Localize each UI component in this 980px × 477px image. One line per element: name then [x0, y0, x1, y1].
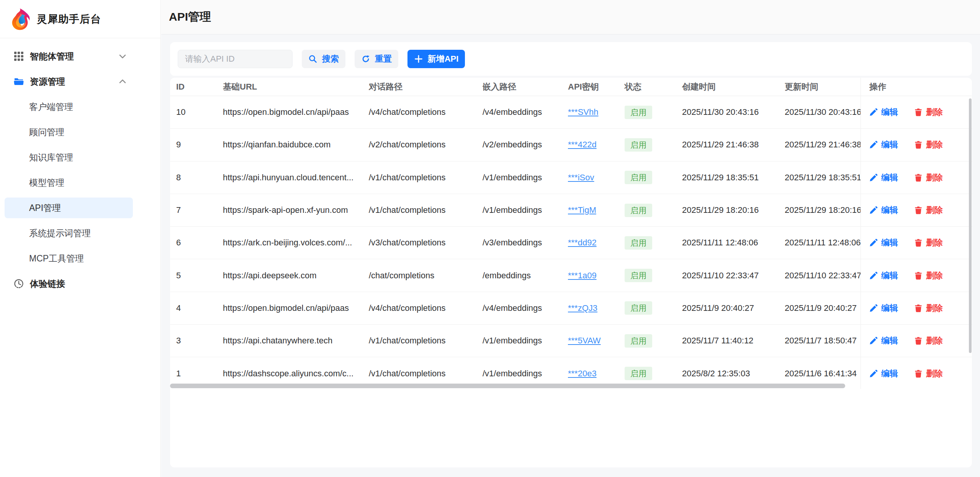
delete-button[interactable]: 删除 [914, 139, 943, 150]
trash-icon [914, 140, 923, 149]
cell-actions: 编辑 删除 [861, 292, 972, 324]
edit-button[interactable]: 编辑 [869, 106, 898, 118]
sidebar-nav: 智能体管理 资源管理 客户端管理 顾问管理 知识库管理 模型管理 API管理 [0, 38, 160, 296]
sidebar: 灵犀助手后台 智能体管理 [0, 0, 161, 477]
cell-created: 2025/11/9 20:40:27 [676, 292, 779, 324]
api-id-search-input[interactable] [178, 50, 293, 68]
plus-icon [414, 54, 423, 64]
cell-status: 启用 [618, 227, 676, 259]
delete-button-label: 删除 [926, 368, 943, 379]
col-header-base-url: 基础URL [217, 78, 363, 96]
edit-button-label: 编辑 [881, 204, 898, 216]
col-header-status: 状态 [618, 78, 676, 96]
table-body: 10 https://open.bigmodel.cn/api/paas /v4… [170, 96, 972, 389]
cell-actions: 编辑 删除 [861, 96, 972, 128]
horizontal-scrollbar-thumb[interactable] [170, 384, 845, 388]
sidebar-item-knowledge-base-management[interactable]: 知识库管理 [0, 145, 160, 170]
sidebar-item-api-management[interactable]: API管理 [5, 198, 133, 218]
sidebar-item-label: 智能体管理 [30, 51, 74, 62]
vertical-scrollbar-thumb[interactable] [969, 98, 972, 353]
cell-actions: 编辑 删除 [861, 227, 972, 259]
delete-button[interactable]: 删除 [914, 237, 943, 248]
cell-base-url: https://qianfan.baidubce.com [217, 129, 363, 161]
delete-button-label: 删除 [926, 106, 943, 118]
cell-api-key: ***SVhh [562, 96, 618, 128]
cell-embed-path: /v4/embeddings [476, 96, 562, 128]
cell-id: 5 [170, 259, 217, 291]
sidebar-item-advisor-management[interactable]: 顾问管理 [0, 119, 160, 145]
delete-button[interactable]: 删除 [914, 335, 943, 346]
col-header-created: 创建时间 [676, 78, 779, 96]
cell-embed-path: /v3/embeddings [476, 227, 562, 259]
cell-created: 2025/11/7 11:40:12 [676, 325, 779, 357]
main-area: API管理 搜索 重置 [161, 0, 980, 477]
col-header-api-key: API密钥 [562, 78, 618, 96]
table-row: 10 https://open.bigmodel.cn/api/paas /v4… [170, 96, 972, 129]
delete-button[interactable]: 删除 [914, 204, 943, 216]
sidebar-item-resource-management[interactable]: 资源管理 [0, 69, 160, 94]
search-button[interactable]: 搜索 [302, 50, 345, 68]
sidebar-item-mcp-tool-management[interactable]: MCP工具管理 [0, 246, 160, 271]
cell-chat-path: /v2/chat/completions [363, 129, 476, 161]
edit-button[interactable]: 编辑 [869, 302, 898, 314]
edit-button[interactable]: 编辑 [869, 172, 898, 183]
edit-button[interactable]: 编辑 [869, 335, 898, 346]
api-key-link[interactable]: ***SVhh [568, 107, 599, 117]
delete-button[interactable]: 删除 [914, 106, 943, 118]
edit-button-label: 编辑 [881, 237, 898, 248]
sidebar-item-client-management[interactable]: 客户端管理 [0, 94, 160, 119]
cell-base-url: https://api.deepseek.com [217, 259, 363, 291]
edit-button[interactable]: 编辑 [869, 270, 898, 281]
sidebar-item-experience-links[interactable]: 体验链接 [0, 271, 160, 296]
cell-base-url: https://api.chatanywhere.tech [217, 325, 363, 357]
api-key-link[interactable]: ***1a09 [568, 271, 597, 281]
reset-button[interactable]: 重置 [355, 50, 398, 68]
api-key-link[interactable]: ***TigM [568, 205, 596, 215]
api-key-link[interactable]: ***422d [568, 140, 597, 150]
cell-chat-path: /v1/chat/completions [363, 162, 476, 194]
api-key-link[interactable]: ***20e3 [568, 369, 597, 379]
edit-button-label: 编辑 [881, 139, 898, 150]
delete-button-label: 删除 [926, 172, 943, 183]
cell-created: 2025/11/29 21:46:38 [676, 129, 779, 161]
cell-actions: 编辑 删除 [861, 357, 972, 389]
status-badge: 启用 [625, 269, 652, 282]
cell-api-key: ***dd92 [562, 227, 618, 259]
cell-status: 启用 [618, 129, 676, 161]
search-icon [308, 54, 317, 64]
col-header-chat-path: 对话路径 [363, 78, 476, 96]
delete-button-label: 删除 [926, 302, 943, 314]
cell-base-url: https://open.bigmodel.cn/api/paas [217, 292, 363, 324]
edit-button[interactable]: 编辑 [869, 237, 898, 248]
edit-button[interactable]: 编辑 [869, 368, 898, 379]
sidebar-item-system-prompt-management[interactable]: 系统提示词管理 [0, 221, 160, 246]
api-key-link[interactable]: ***zQJ3 [568, 303, 597, 313]
delete-button[interactable]: 删除 [914, 368, 943, 379]
refresh-icon [361, 54, 370, 64]
add-api-button[interactable]: 新增API [407, 50, 465, 68]
cell-updated: 2025/11/10 22:33:47 [779, 259, 861, 291]
chevron-down-icon [118, 51, 128, 61]
edit-button[interactable]: 编辑 [869, 139, 898, 150]
api-key-link[interactable]: ***dd92 [568, 238, 597, 248]
api-key-link[interactable]: ***iSov [568, 173, 594, 183]
sidebar-item-model-management[interactable]: 模型管理 [0, 170, 160, 195]
cell-chat-path: /v3/chat/completions [363, 227, 476, 259]
cell-api-key: ***422d [562, 129, 618, 161]
cell-embed-path: /v2/embeddings [476, 129, 562, 161]
delete-button[interactable]: 删除 [914, 270, 943, 281]
cell-api-key: ***zQJ3 [562, 292, 618, 324]
delete-button[interactable]: 删除 [914, 302, 943, 314]
table-header-row: ID 基础URL 对话路径 嵌入路径 API密钥 状态 创建时间 更新时间 操作 [170, 78, 972, 96]
chevron-up-icon [118, 77, 128, 87]
cell-status: 启用 [618, 292, 676, 324]
edit-button-label: 编辑 [881, 302, 898, 314]
cell-chat-path: /chat/completions [363, 259, 476, 291]
api-key-link[interactable]: ***5VAW [568, 336, 601, 346]
edit-button[interactable]: 编辑 [869, 204, 898, 216]
delete-button[interactable]: 删除 [914, 172, 943, 183]
sidebar-item-agent-management[interactable]: 智能体管理 [0, 44, 160, 69]
status-badge: 启用 [625, 171, 652, 184]
filter-toolbar: 搜索 重置 新增API [170, 42, 972, 76]
cell-id: 8 [170, 162, 217, 194]
